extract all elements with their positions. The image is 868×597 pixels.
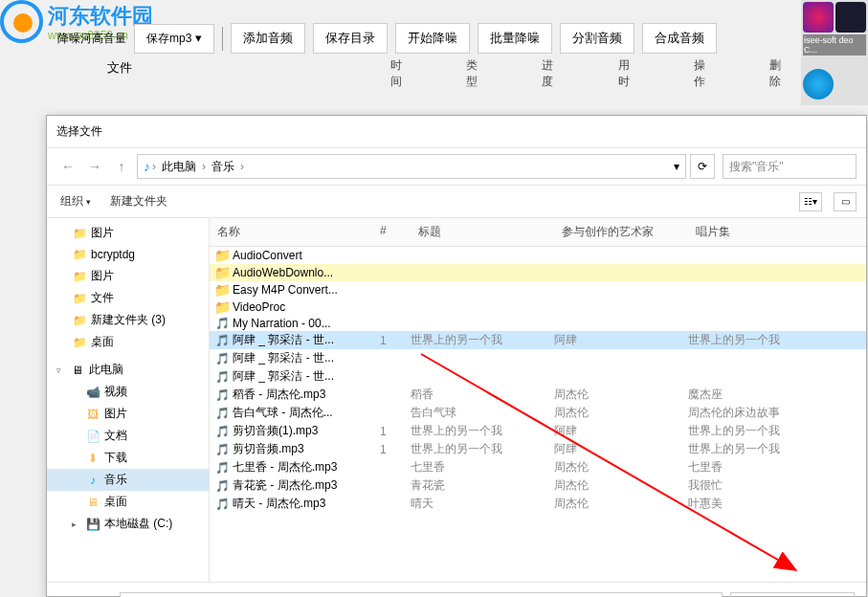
tree-label: 音乐 xyxy=(104,472,127,488)
file-row[interactable]: 📁Easy M4P Convert... xyxy=(210,281,866,298)
file-album: 魔杰座 xyxy=(688,387,866,403)
tree-label: 下载 xyxy=(104,450,127,466)
col-action: 操作 xyxy=(686,54,716,77)
desktop-app-icon[interactable] xyxy=(803,2,834,33)
file-row[interactable]: 🎵青花瓷 - 周杰伦.mp3青花瓷周杰伦我很忙 xyxy=(210,476,866,495)
file-album: 周杰伦的床边故事 xyxy=(688,405,866,421)
audio-file-icon: 🎵 xyxy=(215,425,230,438)
header-artist[interactable]: 参与创作的艺术家 xyxy=(554,218,688,246)
view-details-button[interactable]: ▭ xyxy=(834,192,857,211)
file-artist: 阿肆 xyxy=(554,423,688,439)
pc-icon: 🖥 xyxy=(70,363,85,378)
audio-file-icon: 🎵 xyxy=(215,407,230,420)
file-title: 世界上的另一个我 xyxy=(411,441,554,457)
file-album: 七里香 xyxy=(688,459,866,475)
file-title: 告白气球 xyxy=(411,405,554,421)
tree-item-music[interactable]: ♪音乐 xyxy=(47,469,209,491)
file-album: 叶惠美 xyxy=(688,496,866,512)
tree-item[interactable]: 📁bcryptdg xyxy=(47,244,209,265)
filename-input[interactable] xyxy=(120,592,723,597)
file-track-num: 1 xyxy=(372,334,411,347)
file-row[interactable]: 📁AudioConvert xyxy=(210,247,866,264)
col-time: 时间 xyxy=(383,54,412,77)
desktop-app-icon[interactable] xyxy=(835,2,866,33)
file-artist: 周杰伦 xyxy=(554,477,688,494)
file-row[interactable]: 🎵阿肆 _ 郭采洁 - 世...1世界上的另一个我阿肆世界上的另一个我 xyxy=(210,331,866,349)
tree-item[interactable]: 📁新建文件夹 (3) xyxy=(47,309,209,331)
file-title: 稻香 xyxy=(411,387,554,403)
start-denoise-button[interactable]: 开始降噪 xyxy=(395,23,470,54)
header-album[interactable]: 唱片集 xyxy=(688,218,866,246)
tree-item-video[interactable]: 📹视频 xyxy=(47,381,209,403)
tree-label: 图片 xyxy=(91,225,114,241)
file-title: 世界上的另一个我 xyxy=(411,332,554,348)
file-row[interactable]: 🎵稻香 - 周杰伦.mp3稻香周杰伦魔杰座 xyxy=(210,386,866,404)
breadcrumb-path[interactable]: ♪ › 此电脑 › 音乐 › ▾ xyxy=(137,154,686,179)
add-audio-button[interactable]: 添加音频 xyxy=(231,23,305,54)
noise-volume-label: 降噪河高音量 xyxy=(57,31,126,47)
save-dir-button[interactable]: 保存目录 xyxy=(313,23,388,54)
main-toolbar: 降噪河高音量 保存mp3 ▾ 添加音频 保存目录 开始降噪 批量降噪 分割音频 … xyxy=(57,19,791,57)
file-title: 青花瓷 xyxy=(411,477,554,494)
nav-back-icon[interactable]: ← xyxy=(56,155,79,178)
file-artist: 周杰伦 xyxy=(554,405,688,421)
save-format-dropdown[interactable]: 保存mp3 ▾ xyxy=(134,24,214,54)
tree-item-image[interactable]: 🖼图片 xyxy=(47,403,209,425)
file-track-num: 1 xyxy=(372,425,411,438)
tree-item-doc[interactable]: 📄文档 xyxy=(47,425,209,447)
tree-label: 文档 xyxy=(104,428,127,444)
file-row[interactable]: 🎵剪切音频(1).mp31世界上的另一个我阿肆世界上的另一个我 xyxy=(210,422,866,440)
tree-section-this-pc[interactable]: ▿🖥此电脑 xyxy=(47,359,209,381)
merge-audio-button[interactable]: 合成音频 xyxy=(642,23,717,54)
breadcrumb-dropdown-icon[interactable]: ▾ xyxy=(674,160,679,173)
file-name: AudioConvert xyxy=(229,249,372,262)
tree-item-desktop[interactable]: 🖥桌面 xyxy=(47,491,209,513)
desktop-icon: 🖥 xyxy=(85,495,100,510)
tree-item[interactable]: 📁文件 xyxy=(47,287,209,309)
view-mode-button[interactable]: ☷▾ xyxy=(799,192,822,211)
folder-icon: 📁 xyxy=(72,313,87,328)
nav-forward-icon[interactable]: → xyxy=(83,155,106,178)
search-input[interactable]: 搜索"音乐" xyxy=(723,154,857,179)
tree-item[interactable]: 📁桌面 xyxy=(47,331,209,353)
file-row[interactable]: 🎵告白气球 - 周杰伦...告白气球周杰伦周杰伦的床边故事 xyxy=(210,404,866,422)
file-open-dialog: 选择文件 ← → ↑ ♪ › 此电脑 › 音乐 › ▾ ⟳ 搜索"音乐" 组织 … xyxy=(46,115,867,597)
file-row[interactable]: 🎵七里香 - 周杰伦.mp3七里香周杰伦七里香 xyxy=(210,458,866,476)
file-album: 世界上的另一个我 xyxy=(688,441,866,457)
file-row[interactable]: 🎵阿肆 _ 郭采洁 - 世... xyxy=(210,367,866,386)
header-title[interactable]: 标题 xyxy=(411,218,554,246)
new-folder-button[interactable]: 新建文件夹 xyxy=(106,191,171,211)
file-name: 青花瓷 - 周杰伦.mp3 xyxy=(229,477,372,494)
breadcrumb-music[interactable]: 音乐 xyxy=(208,157,238,177)
file-title: 晴天 xyxy=(411,496,554,512)
file-name: 晴天 - 周杰伦.mp3 xyxy=(229,496,372,512)
file-name: 剪切音频(1).mp3 xyxy=(229,423,372,439)
nav-up-icon[interactable]: ↑ xyxy=(110,155,133,178)
batch-denoise-button[interactable]: 批量降噪 xyxy=(478,23,552,54)
file-row[interactable]: 🎵阿肆 _ 郭采洁 - 世... xyxy=(210,349,866,367)
organize-dropdown[interactable]: 组织 xyxy=(56,191,95,211)
file-row[interactable]: 🎵剪切音频.mp31世界上的另一个我阿肆世界上的另一个我 xyxy=(210,440,866,458)
breadcrumb-this-pc[interactable]: 此电脑 xyxy=(158,157,200,177)
header-track-num[interactable]: # xyxy=(372,218,411,246)
file-row[interactable]: 📁AudioWebDownlo... xyxy=(210,264,866,281)
tree-item-disk[interactable]: ▸💾本地磁盘 (C:) xyxy=(47,513,209,535)
tree-item[interactable]: 📁图片 xyxy=(47,265,209,287)
tree-label: 文件 xyxy=(91,290,114,306)
tree-item-download[interactable]: ⬇下载 xyxy=(47,447,209,469)
file-title: 七里香 xyxy=(411,459,554,475)
doc-icon: 📄 xyxy=(85,429,100,444)
main-column-headers: 时间 类型 进度 用时 操作 删除 xyxy=(364,54,791,77)
file-column-label: 文件 xyxy=(107,59,132,77)
file-row[interactable]: 🎵My Narration - 00... xyxy=(210,316,866,331)
tree-item[interactable]: 📁图片 xyxy=(47,222,209,244)
file-row[interactable]: 📁VideoProc xyxy=(210,298,866,316)
refresh-button[interactable]: ⟳ xyxy=(690,154,715,179)
header-name[interactable]: 名称 xyxy=(210,218,372,246)
split-audio-button[interactable]: 分割音频 xyxy=(560,23,634,54)
desktop-app-icon[interactable] xyxy=(803,69,834,100)
file-album: 世界上的另一个我 xyxy=(688,332,866,348)
file-list-panel: 名称 # 标题 参与创作的艺术家 唱片集 📁AudioConvert📁Audio… xyxy=(210,218,866,582)
file-type-filter[interactable]: audio files xyxy=(730,592,855,597)
file-row[interactable]: 🎵晴天 - 周杰伦.mp3晴天周杰伦叶惠美 xyxy=(210,495,866,513)
